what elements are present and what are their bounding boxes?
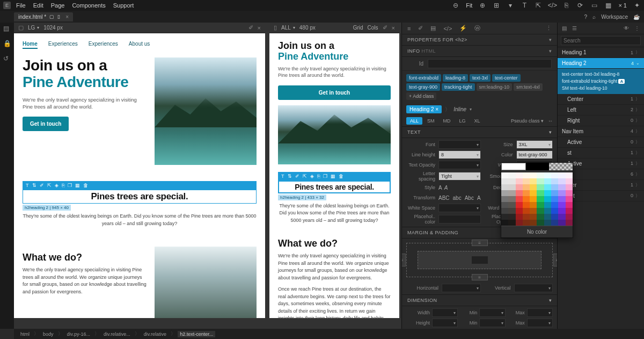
color-select[interactable]: text-gray-900 [516,150,553,159]
margin-top-handle[interactable]: ≡ [472,240,488,246]
tree-eye-icon[interactable]: 👁 [624,25,629,31]
tool-link-icon[interactable]: ⇱ [47,183,52,188]
tool-edit-icon[interactable]: ✐ [40,183,44,188]
file-tab[interactable]: index.html * ▢ ▯ × [14,12,73,21]
refresh-icon[interactable]: ⟳ [576,2,584,9]
class-tag-responsive[interactable]: sm:text-4xl [514,83,543,91]
bp-xl[interactable]: XL [471,117,484,125]
transform-buttons[interactable]: ABCabcAbcA [438,195,481,201]
nav-about[interactable]: About us [129,41,150,49]
info-section-header[interactable]: INFO HTML▾ [402,46,557,57]
tree-list-icon[interactable]: ☰ [572,25,577,31]
tree-item-left[interactable]: Left2〉 [558,105,644,116]
panel-menu-icon[interactable]: ⋮ [546,25,552,32]
swatch-black[interactable] [526,163,550,170]
history-icon[interactable]: ↺ [3,55,11,62]
hero-cta-button-sm[interactable]: Get in touch [278,85,391,100]
menu-edit[interactable]: Edit [33,2,43,9]
hero-heading-sm[interactable]: Join us on a Pine Adventure [278,41,391,62]
bp-md[interactable]: MD [440,117,455,125]
text-section-header[interactable]: TEXT▾ [402,126,557,138]
preview-icon[interactable]: ✦ [633,2,641,9]
margin-padding-box[interactable]: ≡ ≡ ≡ ≡ [402,239,557,282]
no-color-button[interactable]: No color [501,226,573,237]
hero-subtext[interactable]: We're the only travel agency specializin… [23,96,147,111]
tree-view-icon[interactable]: ▤ [562,25,567,31]
tree-item-heading-2[interactable]: Heading 24⌄ [558,58,644,69]
close-viewport-icon[interactable]: × [392,25,395,31]
expand-icon[interactable]: ↔ [548,118,553,124]
bc-div-3[interactable]: div.relative [142,331,169,337]
nav-home[interactable]: Home [23,41,38,49]
bp-lg[interactable]: LG [456,117,470,125]
hero-cta-button[interactable]: Get in touch [23,117,69,131]
bc-body[interactable]: body [41,331,56,337]
text-tool-icon[interactable]: T [521,2,528,9]
min-height-select[interactable] [479,319,505,327]
selector-crumb[interactable]: Heading 2 × [406,105,442,113]
paragraph-1-sm[interactable]: They're some of the oldest leaving being… [278,203,391,225]
tree-item-st[interactable]: st1〉 [558,148,644,158]
tree-item-right[interactable]: Right0〉 [558,116,644,126]
tree-menu-icon[interactable]: ⋮ [634,25,640,31]
search-icon[interactable]: ⌕ [592,14,596,20]
tool-duplicate-icon[interactable]: ❐ [68,183,72,188]
tree-item-center[interactable]: Center1〉 [558,94,644,105]
vertical-select[interactable] [514,284,553,292]
pseudo-class-dropdown[interactable]: Pseudo class ▾ [511,118,544,124]
selector-inline[interactable]: Inline [453,106,466,112]
bc-html[interactable]: html [18,331,32,337]
mode-code-icon[interactable]: </> [443,25,452,32]
viewport-all-bp[interactable]: ALL [281,25,291,31]
tree-item-heading-1[interactable]: Heading 11〉 [558,47,644,58]
code-tool-icon[interactable]: </> [548,2,556,9]
mode-brush-icon[interactable]: ✐ [418,25,423,32]
add-box-icon[interactable]: ⊞ [493,2,500,9]
class-tag-responsive[interactable]: sm:leading-10 [477,83,513,91]
horizontal-select[interactable] [442,284,481,292]
canvas-all[interactable]: Join us on a Pine Adventure We're the on… [269,33,399,318]
add-class-button[interactable]: + Add class [406,92,436,100]
nav-experiences-2[interactable]: Experiences [89,41,118,49]
class-tag[interactable]: leading-8 [443,74,468,82]
selected-heading-2-sm[interactable]: Pines trees are special. [278,181,391,193]
class-tag[interactable]: text-gray-900 [406,83,440,91]
mode-action-icon[interactable]: ⚡ [459,25,467,32]
zoom-fit-label[interactable]: Fit [466,2,472,9]
margin-bottom-handle[interactable]: ≡ [472,274,488,280]
tab-close-icon[interactable]: × [65,14,69,20]
swatch-white[interactable] [501,163,526,170]
margin-right-handle[interactable]: ≡ [553,254,557,266]
swatch-transparent[interactable] [549,163,573,170]
letterspacing-select[interactable]: Tight [438,172,481,181]
hero-heading[interactable]: Join us on a Pine Adventure [23,57,147,91]
class-tag[interactable]: text-3xl [470,74,491,82]
lock-icon[interactable]: 🔒 [3,40,11,47]
size-select[interactable]: 3XL [516,140,553,149]
section-image[interactable] [155,247,257,318]
style-buttons[interactable]: A A [438,185,481,191]
font-select[interactable] [438,140,481,149]
what-we-do-text[interactable]: We're the only travel agency specializin… [23,266,147,295]
tree-item-active-1[interactable]: Active0〉 [558,137,644,148]
bc-div-1[interactable]: div.py-16... [65,331,92,337]
hero-image[interactable] [155,57,257,165]
mode-style-icon[interactable]: ≡ [407,25,411,32]
edit-icon[interactable]: ✐ [248,24,253,31]
bp-all[interactable]: ALL [406,117,422,125]
tool-text-icon[interactable]: T [26,183,29,188]
tool-copy-icon[interactable]: ⎘ [62,183,64,188]
paragraph-1[interactable]: They're some of the oldest leaving being… [23,213,257,227]
hero-image-sm[interactable] [278,105,391,164]
link-tool-icon[interactable]: ⇱ [535,2,542,9]
tool-delete-icon[interactable]: 🗑 [83,183,88,188]
what-we-do-heading[interactable]: What we do? [23,252,147,263]
selected-heading-2[interactable]: Pines trees are special. [23,190,257,204]
tree-search-input[interactable] [561,36,641,45]
script-tool-icon[interactable]: ⎘ [562,2,570,9]
height-select[interactable] [432,319,458,327]
tool-grid-icon[interactable]: ▦ [75,183,80,188]
what-we-do-text-2-sm[interactable]: Once we reach Pine trees at our destinat… [278,286,391,318]
coffee-icon[interactable]: ☕ [633,14,640,20]
placeholdercolor-select[interactable] [438,215,481,223]
